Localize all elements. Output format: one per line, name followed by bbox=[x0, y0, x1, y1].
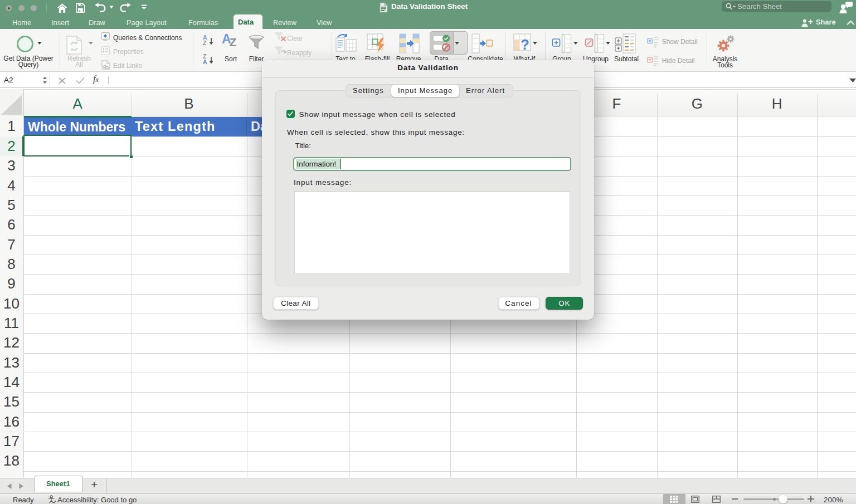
svg-text:?: ? bbox=[521, 36, 529, 53]
